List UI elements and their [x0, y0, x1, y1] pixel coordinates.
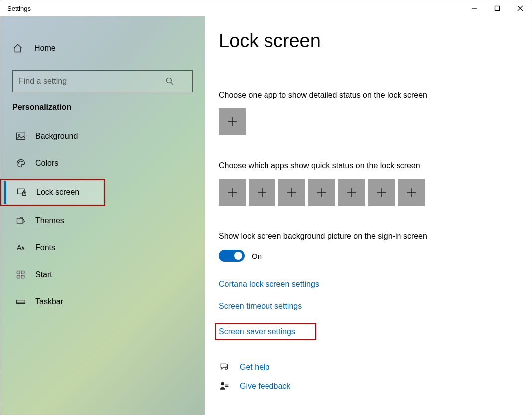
window-buttons: [463, 0, 532, 16]
screen-timeout-link[interactable]: Screen timeout settings: [219, 302, 302, 311]
highlight-screen-saver: Screen saver settings: [215, 323, 316, 340]
maximize-button[interactable]: [486, 0, 509, 16]
sidebar-item-label: Lock screen: [36, 188, 79, 197]
plus-icon: [346, 187, 357, 198]
svg-rect-16: [17, 271, 20, 274]
sidebar-item-lock-screen[interactable]: Lock screen: [4, 181, 103, 204]
window-title: Settings: [0, 5, 31, 12]
minimize-button[interactable]: [463, 0, 486, 16]
sidebar: Home Find a setting Personalization Back…: [0, 16, 205, 415]
plus-icon: [316, 187, 327, 198]
sidebar-item-label: Taskbar: [35, 297, 63, 306]
get-help-link[interactable]: Get help: [219, 362, 520, 372]
cortana-settings-link[interactable]: Cortana lock screen settings: [219, 280, 319, 289]
sidebar-item-start[interactable]: Start: [3, 263, 205, 286]
feedback-icon: [219, 381, 230, 391]
plus-icon: [227, 116, 238, 127]
sidebar-item-label: Colors: [35, 159, 58, 168]
svg-point-8: [18, 162, 19, 163]
sidebar-item-fonts[interactable]: Fonts: [3, 236, 205, 259]
add-quick-app-button[interactable]: [278, 179, 305, 206]
sidebar-item-background[interactable]: Background: [3, 125, 205, 148]
svg-point-39: [221, 382, 224, 386]
home-label: Home: [34, 44, 56, 53]
quick-status-tiles: [219, 179, 520, 206]
page-title: Lock screen: [219, 30, 520, 52]
help-icon: [219, 362, 230, 372]
svg-rect-20: [17, 300, 25, 304]
sidebar-item-taskbar[interactable]: Taskbar: [3, 290, 205, 313]
add-quick-app-button[interactable]: [308, 179, 335, 206]
highlight-lock-screen: Lock screen: [0, 179, 105, 206]
titlebar: Settings: [0, 0, 532, 16]
get-help-label: Get help: [240, 363, 269, 372]
sidebar-item-colors[interactable]: Colors: [3, 152, 205, 175]
signin-bg-label: Show lock screen background picture on t…: [219, 232, 520, 241]
start-icon: [15, 269, 26, 280]
give-feedback-link[interactable]: Give feedback: [219, 381, 520, 391]
detailed-status-label: Choose one app to show detailed status o…: [219, 91, 520, 100]
fonts-icon: [15, 242, 26, 253]
main-content: Lock screen Choose one app to show detai…: [205, 16, 532, 415]
add-quick-app-button[interactable]: [249, 179, 275, 206]
close-button[interactable]: [509, 0, 532, 16]
search-icon: [164, 76, 175, 87]
home-icon: [12, 43, 23, 54]
svg-rect-18: [17, 275, 20, 278]
svg-point-10: [22, 161, 23, 162]
plus-icon: [257, 187, 267, 198]
sidebar-item-label: Background: [35, 132, 78, 141]
themes-icon: [15, 215, 26, 226]
svg-point-9: [20, 161, 21, 162]
toggle-text: On: [252, 252, 262, 260]
palette-icon: [15, 158, 26, 169]
add-quick-app-button[interactable]: [398, 179, 425, 206]
svg-rect-40: [225, 385, 229, 386]
sidebar-home[interactable]: Home: [0, 35, 205, 61]
close-icon: [517, 5, 523, 11]
add-quick-app-button[interactable]: [219, 179, 246, 206]
plus-icon: [286, 187, 297, 198]
lock-screen-icon: [16, 187, 27, 198]
sidebar-item-themes[interactable]: Themes: [3, 209, 205, 232]
svg-point-4: [166, 78, 171, 83]
search-placeholder: Find a setting: [19, 77, 67, 86]
sidebar-item-label: Start: [35, 270, 52, 279]
svg-line-5: [171, 83, 173, 85]
svg-rect-1: [495, 6, 500, 11]
search-input[interactable]: Find a setting: [12, 70, 193, 92]
quick-status-label: Choose which apps show quick status on t…: [219, 161, 520, 170]
add-quick-app-button[interactable]: [368, 179, 395, 206]
maximize-icon: [494, 5, 500, 11]
add-quick-app-button[interactable]: [338, 179, 365, 206]
taskbar-icon: [15, 296, 26, 307]
plus-icon: [227, 187, 238, 198]
svg-rect-17: [21, 271, 24, 274]
sidebar-item-label: Themes: [35, 216, 64, 225]
add-detailed-app-button[interactable]: [219, 108, 246, 135]
minimize-icon: [471, 5, 477, 11]
svg-rect-13: [17, 218, 23, 223]
sidebar-item-label: Fonts: [35, 243, 55, 252]
plus-icon: [376, 187, 387, 198]
svg-rect-19: [21, 275, 24, 278]
plus-icon: [406, 187, 417, 198]
screen-saver-link[interactable]: Screen saver settings: [219, 327, 295, 336]
sidebar-section-title: Personalization: [0, 103, 205, 112]
give-feedback-label: Give feedback: [240, 382, 290, 391]
signin-bg-toggle[interactable]: [219, 250, 245, 262]
svg-rect-41: [225, 386, 229, 387]
sidebar-list: Background Colors Lock screen Themes Fon…: [0, 125, 205, 313]
image-icon: [15, 131, 26, 142]
